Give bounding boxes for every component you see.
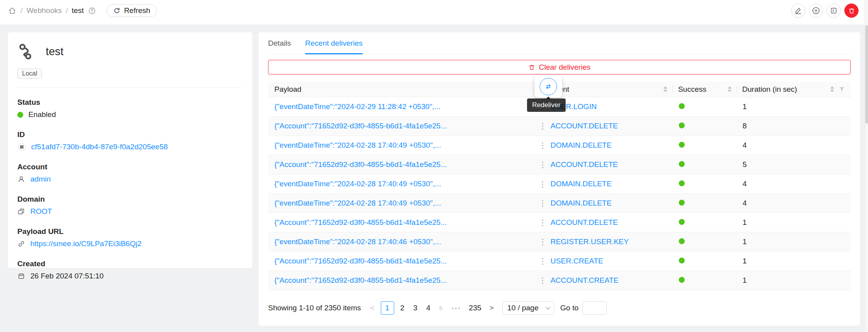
webhook-id-link[interactable]: cf51afd7-730b-4db4-87e9-f0a2d205ee58	[31, 143, 168, 151]
field-account: Account admin	[17, 163, 243, 184]
payload-link[interactable]: {"Account":"71652d92-d3f0-4855-b6d1-4fa1…	[274, 257, 447, 265]
row-actions-button[interactable]: ⋮	[538, 121, 547, 131]
pagination-page-5[interactable]: 5	[437, 301, 446, 315]
breadcrumb-webhooks-link[interactable]: Webhooks	[26, 6, 61, 15]
payload-link[interactable]: {"eventDateTime":"2024-02-29 11:28:42 +0…	[274, 102, 441, 111]
redeliver-icon	[544, 82, 553, 91]
domain-icon	[17, 208, 25, 215]
refresh-icon	[113, 7, 121, 15]
field-label: ID	[17, 130, 243, 139]
payload-link[interactable]: {"eventDateTime":"2024-02-28 17:40:49 +0…	[274, 180, 441, 188]
duration-value: 1	[737, 276, 851, 285]
payload-link[interactable]: {"Account":"71652d92-d3f0-4855-b6d1-4fa1…	[274, 276, 447, 284]
domain-link[interactable]: ROOT	[30, 207, 52, 216]
pause-button[interactable]	[809, 4, 823, 18]
page-size-select[interactable]: 10 / page	[502, 301, 554, 315]
event-link[interactable]: DOMAIN.DELETE	[550, 199, 611, 208]
pagination-page-1[interactable]: 1	[381, 301, 394, 315]
delete-button[interactable]	[844, 4, 859, 18]
success-indicator	[679, 258, 685, 263]
created-value: 26 Feb 2024 07:51:10	[30, 272, 104, 280]
sort-icon	[728, 86, 732, 92]
field-label: Domain	[17, 195, 243, 204]
table-row: {"Account":"71652d92-d3f0-4855-b6d1-4fa1…	[268, 155, 851, 174]
event-link[interactable]: ACCOUNT.CREATE	[550, 276, 618, 285]
clear-deliveries-label: Clear deliveries	[539, 63, 590, 72]
topbar-actions	[791, 4, 860, 18]
home-icon[interactable]	[8, 6, 17, 15]
pagination-prev[interactable]: <	[368, 301, 377, 315]
pagination: Showing 1-10 of 2350 items < 1 2 3 4 5 •…	[268, 301, 851, 315]
payload-link[interactable]: {"Account":"71652d92-d3f0-4855-b6d1-4fa1…	[274, 122, 447, 130]
field-label: Status	[17, 98, 243, 107]
event-link[interactable]: DOMAIN.DELETE	[550, 141, 611, 150]
row-actions-button[interactable]: ⋮	[538, 179, 547, 189]
row-actions-button[interactable]: ⋮	[538, 237, 547, 247]
payload-link[interactable]: {"eventDateTime":"2024-02-28 17:40:49 +0…	[274, 199, 441, 207]
status-value: Enabled	[28, 110, 56, 119]
goto-label: Go to	[560, 304, 578, 312]
goto-page-input[interactable]	[582, 301, 607, 315]
clear-deliveries-button[interactable]: Clear deliveries	[268, 60, 851, 74]
status-dot	[17, 112, 23, 118]
account-link[interactable]: admin	[30, 175, 51, 184]
help-icon[interactable]	[88, 7, 96, 15]
breadcrumb-separator: /	[20, 6, 22, 15]
table-body: {"eventDateTime":"2024-02-29 11:28:42 +0…	[268, 97, 851, 290]
event-link[interactable]: ACCOUNT.DELETE	[550, 218, 618, 227]
row-actions-popover	[535, 76, 562, 97]
deliveries-card: Details Recent deliveries Clear deliveri…	[259, 32, 860, 326]
scope-tag: Local	[17, 69, 42, 79]
trash-icon	[528, 64, 535, 71]
success-indicator	[679, 180, 685, 186]
pause-icon	[812, 6, 820, 15]
scrollbar	[864, 0, 868, 332]
pagination-jump-next[interactable]: •••	[450, 301, 464, 315]
payload-link[interactable]: {"eventDateTime":"2024-02-28 17:40:46 +0…	[274, 237, 441, 246]
payload-link[interactable]: {"Account":"71652d92-d3f0-4855-b6d1-4fa1…	[274, 160, 447, 169]
breadcrumb-current: test	[72, 6, 84, 15]
column-header-duration[interactable]: Duration (in sec)	[737, 82, 851, 97]
console-button[interactable]	[827, 4, 841, 18]
pagination-page-last[interactable]: 235	[467, 301, 483, 315]
row-actions-button[interactable]: ⋮	[538, 160, 547, 169]
refresh-button[interactable]: Refresh	[106, 4, 157, 17]
tab-recent-deliveries[interactable]: Recent deliveries	[305, 32, 363, 54]
row-actions-button[interactable]: ⋮	[538, 218, 547, 227]
content: test Local Status Enabled ID cf51afd7-73…	[0, 24, 868, 332]
field-label: Payload URL	[17, 227, 243, 236]
row-actions-button[interactable]: ⋮	[538, 276, 547, 285]
edit-button[interactable]	[791, 4, 805, 18]
redeliver-button[interactable]	[540, 78, 557, 95]
refresh-label: Refresh	[124, 6, 151, 15]
event-link[interactable]: REGISTER.USER.KEY	[550, 237, 629, 246]
row-actions-button[interactable]: ⋮	[538, 256, 547, 266]
payload-link[interactable]: {"Account":"71652d92-d3f0-4855-b6d1-4fa1…	[274, 218, 447, 226]
table-row: {"eventDateTime":"2024-02-28 17:40:46 +0…	[268, 232, 851, 252]
webhook-detail-page: / Webhooks / test Refresh	[0, 0, 868, 332]
payload-url-link[interactable]: https://smee.io/C9LPa7Ei3iB6Qj2	[30, 239, 142, 248]
resource-head: test	[17, 43, 243, 61]
event-link[interactable]: DOMAIN.DELETE	[550, 180, 611, 188]
row-actions-button[interactable]: ⋮	[538, 141, 547, 150]
pagination-page-2[interactable]: 2	[398, 301, 407, 315]
barcode-icon	[17, 143, 26, 151]
scrollbar-thumb[interactable]	[865, 25, 868, 124]
pagination-page-3[interactable]: 3	[411, 301, 420, 315]
event-link[interactable]: ACCOUNT.DELETE	[550, 122, 618, 130]
row-actions-button[interactable]: ⋮	[538, 198, 547, 208]
event-link[interactable]: USER.CREATE	[550, 257, 603, 265]
event-link[interactable]: ACCOUNT.DELETE	[550, 160, 618, 169]
link-icon	[17, 240, 25, 248]
success-indicator	[679, 103, 685, 109]
column-header-success[interactable]: Success	[673, 82, 737, 97]
duration-value: 4	[737, 199, 851, 208]
tab-details[interactable]: Details	[268, 32, 291, 54]
filter-icon[interactable]	[838, 86, 845, 93]
pagination-page-4[interactable]: 4	[424, 301, 433, 315]
payload-link[interactable]: {"eventDateTime":"2024-02-28 17:40:49 +0…	[274, 141, 441, 149]
trash-icon	[848, 7, 855, 15]
duration-value: 1	[737, 102, 851, 111]
duration-value: 4	[737, 141, 851, 150]
pagination-next[interactable]: >	[487, 301, 496, 315]
